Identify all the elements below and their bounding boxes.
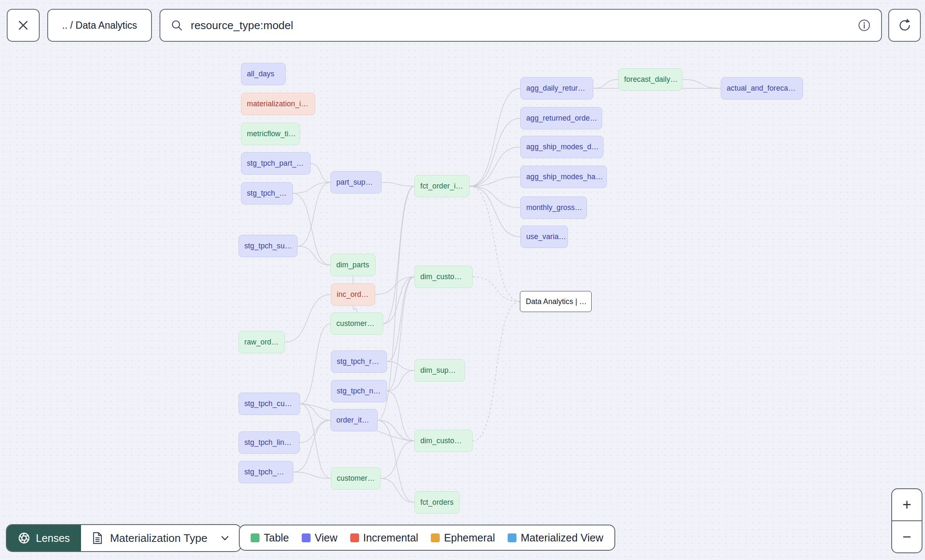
graph-node-all_days[interactable]: all_days bbox=[241, 63, 286, 85]
graph-node-label: fct_order_i… bbox=[420, 182, 463, 191]
graph-node-label: metricflow_ti… bbox=[247, 129, 296, 138]
graph-node-agg_ship_modes_d[interactable]: agg_ship_modes_d… bbox=[520, 136, 603, 158]
lineage-edge-fct_order_i-agg_returned_orde bbox=[470, 118, 520, 186]
aperture-icon bbox=[18, 532, 30, 544]
graph-node-stg_tpch_part[interactable]: stg_tpch_part_… bbox=[241, 152, 311, 175]
graph-node-raw_ord[interactable]: raw_ord… bbox=[238, 331, 285, 353]
graph-node-dim_custo_2[interactable]: dim_custo… bbox=[414, 430, 473, 452]
graph-node-label: dim_parts bbox=[336, 261, 369, 269]
zoom-in-button[interactable]: + bbox=[892, 489, 922, 520]
graph-node-label: part_sup… bbox=[336, 178, 373, 187]
graph-node-label: stg_tpch_n… bbox=[337, 387, 381, 396]
close-button[interactable] bbox=[7, 9, 40, 42]
graph-node-stg_tpch_n[interactable]: stg_tpch_n… bbox=[331, 380, 387, 402]
lineage-edge-fct_order_i-agg_ship_modes_ha bbox=[470, 177, 520, 186]
graph-node-data_analytics[interactable]: Data Analytics | … bbox=[520, 291, 592, 312]
graph-node-forecast_daily[interactable]: forecast_daily… bbox=[618, 68, 682, 91]
graph-node-metricflow_ti[interactable]: metricflow_ti… bbox=[241, 123, 300, 145]
info-icon[interactable] bbox=[857, 19, 871, 32]
graph-node-order_it[interactable]: order_it… bbox=[330, 409, 378, 431]
lenses-button[interactable]: Lenses bbox=[7, 525, 81, 551]
graph-node-stg_tpch_1[interactable]: stg_tpch_… bbox=[241, 182, 293, 205]
graph-node-actual_and_foreca[interactable]: actual_and_foreca… bbox=[721, 77, 803, 100]
graph-node-label: agg_returned_orde… bbox=[526, 114, 597, 123]
graph-node-label: agg_ship_modes_ha… bbox=[526, 172, 603, 181]
legend-item-table: Table bbox=[251, 532, 289, 544]
lineage-edge-stg_tpch_cu-customer_2 bbox=[300, 404, 331, 479]
graph-node-label: stg_tpch_lin… bbox=[244, 438, 292, 447]
lineage-edge-forecast_daily-actual_and_foreca bbox=[682, 80, 721, 89]
legend-label: Incremental bbox=[363, 532, 419, 544]
lineage-edge-part_sup-fct_order_i bbox=[381, 183, 414, 186]
lineage-edge-stg_tpch_part-part_sup bbox=[311, 164, 330, 183]
graph-node-label: inc_ord… bbox=[337, 290, 369, 299]
legend-item-materialized-view: Materialized View bbox=[508, 532, 603, 544]
lineage-edge-inc_ord-customer_1 bbox=[353, 306, 357, 312]
graph-node-stg_tpch_2[interactable]: stg_tpch_… bbox=[238, 461, 293, 483]
chevron-down-icon bbox=[219, 533, 230, 544]
close-icon bbox=[17, 19, 30, 32]
lenses-label: Lenses bbox=[36, 532, 70, 544]
graph-node-fct_order_i[interactable]: fct_order_i… bbox=[414, 175, 470, 197]
graph-node-materialization_i[interactable]: materialization_i… bbox=[241, 93, 315, 115]
lineage-edge-customer_2-fct_orders bbox=[381, 479, 414, 503]
lineage-edge-fct_order_i-data_analytics bbox=[470, 186, 520, 302]
lineage-edge-customer_1-dim_custo_1 bbox=[383, 277, 414, 324]
materialization-legend: TableViewIncrementalEphemeralMaterialize… bbox=[239, 525, 615, 551]
graph-node-label: stg_tpch_… bbox=[244, 468, 284, 477]
lineage-edge-fct_order_i-use_varia bbox=[470, 186, 520, 237]
lineage-edge-fct_order_i-agg_daily_retur bbox=[470, 89, 520, 186]
graph-node-agg_returned_orde[interactable]: agg_returned_orde… bbox=[520, 107, 602, 129]
graph-node-monthly_gross[interactable]: monthly_gross… bbox=[520, 197, 587, 219]
graph-node-label: Data Analytics | … bbox=[526, 297, 587, 306]
lineage-edge-dim_custo_1-data_analytics bbox=[473, 277, 520, 302]
legend-label: View bbox=[315, 532, 338, 544]
graph-node-label: stg_tpch_part_… bbox=[247, 159, 304, 168]
graph-node-label: monthly_gross… bbox=[526, 203, 582, 212]
refresh-button[interactable] bbox=[888, 9, 921, 42]
graph-node-agg_daily_retur[interactable]: agg_daily_retur… bbox=[520, 77, 593, 100]
graph-node-fct_orders[interactable]: fct_orders bbox=[414, 491, 460, 514]
search-input[interactable] bbox=[190, 19, 851, 32]
graph-node-stg_tpch_lin[interactable]: stg_tpch_lin… bbox=[238, 431, 300, 454]
graph-node-label: agg_daily_retur… bbox=[526, 84, 585, 93]
graph-node-label: fct_orders bbox=[420, 498, 454, 507]
lineage-edge-raw_ord-inc_ord bbox=[285, 295, 331, 342]
lineage-edge-stg_tpch_n-dim_custo_2 bbox=[387, 391, 414, 441]
legend-swatch bbox=[251, 533, 260, 542]
graph-node-customer_2[interactable]: customer… bbox=[331, 467, 381, 490]
lineage-edge-dim_custo_2-data_analytics bbox=[473, 302, 520, 441]
lens-dropdown[interactable]: Materialization Type bbox=[81, 525, 241, 551]
lineage-edge-stg_tpch_1-dim_parts bbox=[293, 194, 330, 265]
graph-node-stg_tpch_su[interactable]: stg_tpch_su… bbox=[238, 235, 298, 257]
graph-node-agg_ship_modes_ha[interactable]: agg_ship_modes_ha… bbox=[520, 166, 607, 188]
graph-node-stg_tpch_cu[interactable]: stg_tpch_cu… bbox=[238, 393, 300, 415]
legend-item-view: View bbox=[302, 532, 338, 544]
lineage-edge-stg_tpch_cu-customer_1 bbox=[300, 324, 330, 404]
graph-node-part_sup[interactable]: part_sup… bbox=[330, 171, 381, 194]
graph-node-label: dim_sup… bbox=[420, 366, 456, 375]
graph-node-label: stg_tpch_cu… bbox=[244, 399, 292, 408]
zoom-out-button[interactable]: − bbox=[892, 521, 922, 552]
breadcrumb[interactable]: .. / Data Analytics bbox=[47, 9, 152, 42]
graph-node-customer_1[interactable]: customer… bbox=[330, 312, 383, 335]
graph-node-use_varia[interactable]: use_varia… bbox=[520, 226, 568, 248]
legend-label: Materialized View bbox=[521, 532, 603, 544]
graph-node-dim_parts[interactable]: dim_parts bbox=[330, 254, 376, 276]
lineage-edge-customer_1-fct_order_i bbox=[383, 186, 414, 324]
graph-node-dim_sup[interactable]: dim_sup… bbox=[414, 359, 465, 382]
graph-node-stg_tpch_r[interactable]: stg_tpch_r… bbox=[331, 350, 387, 373]
graph-node-label: actual_and_foreca… bbox=[727, 84, 795, 93]
lineage-edge-stg_tpch_su-dim_parts bbox=[298, 246, 330, 265]
zoom-control: + − bbox=[891, 488, 922, 553]
legend-swatch bbox=[350, 533, 359, 542]
lineage-edge-stg_tpch_1-part_sup bbox=[293, 183, 330, 194]
legend-swatch bbox=[431, 533, 440, 542]
graph-node-label: forecast_daily… bbox=[624, 75, 678, 84]
legend-label: Ephemeral bbox=[444, 532, 495, 544]
lineage-edge-agg_daily_retur-forecast_daily bbox=[593, 80, 618, 89]
graph-node-inc_ord[interactable]: inc_ord… bbox=[331, 283, 375, 306]
graph-node-dim_custo_1[interactable]: dim_custo… bbox=[414, 266, 473, 288]
lenses-control: Lenses Materialization Type bbox=[6, 524, 241, 552]
search-icon bbox=[170, 19, 183, 32]
